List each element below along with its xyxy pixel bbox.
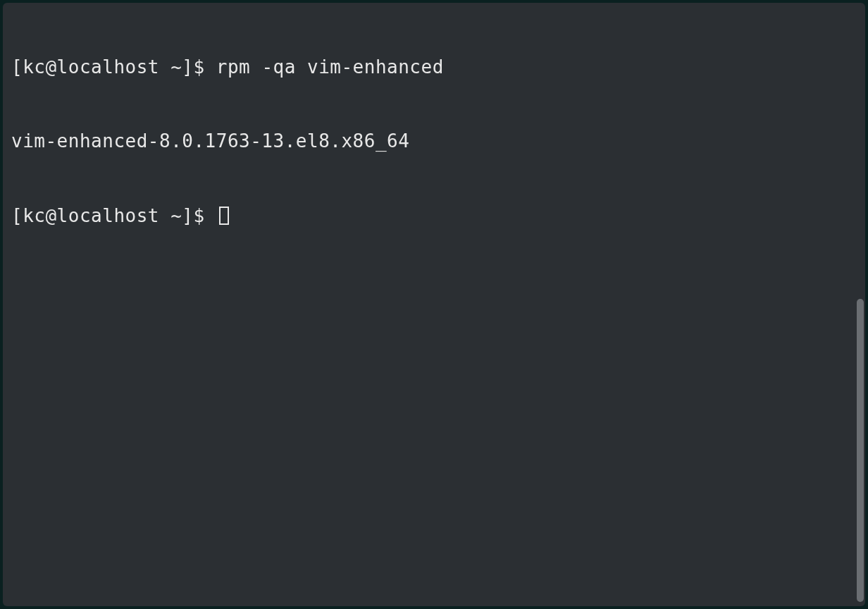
terminal-content[interactable]: [kc@localhost ~]$ rpm -qa vim-enhanced v… bbox=[3, 3, 865, 281]
terminal-line-2: vim-enhanced-8.0.1763-13.el8.x86_64 bbox=[11, 129, 857, 154]
terminal-window[interactable]: [kc@localhost ~]$ rpm -qa vim-enhanced v… bbox=[3, 3, 865, 606]
cursor-icon bbox=[219, 207, 229, 225]
scrollbar-thumb[interactable] bbox=[857, 299, 864, 602]
command-text: rpm -qa vim-enhanced bbox=[216, 56, 444, 78]
terminal-line-3: [kc@localhost ~]$ bbox=[11, 204, 857, 228]
shell-prompt: [kc@localhost ~]$ bbox=[11, 205, 216, 226]
command-output: vim-enhanced-8.0.1763-13.el8.x86_64 bbox=[11, 130, 409, 152]
shell-prompt: [kc@localhost ~]$ bbox=[11, 56, 216, 78]
terminal-line-1: [kc@localhost ~]$ rpm -qa vim-enhanced bbox=[11, 55, 857, 80]
